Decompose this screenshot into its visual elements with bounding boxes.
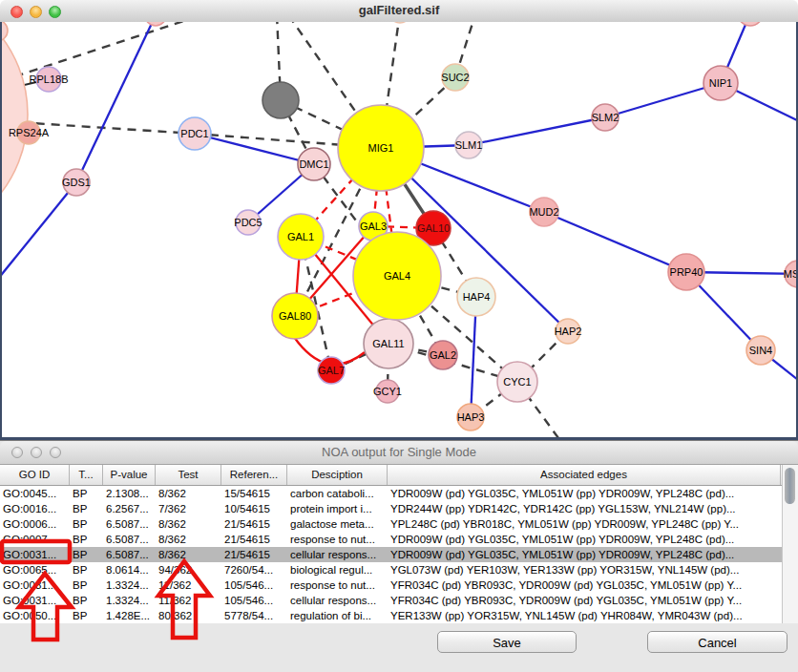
node-gray[interactable] <box>262 82 299 118</box>
table-body: GO:0045...BP2.1308...8/36215/54615carbon… <box>0 486 798 623</box>
node-label-MUD2: MUD2 <box>529 206 558 218</box>
cell-go_id: GO:0045... <box>0 486 70 501</box>
cell-reference: 15/54615 <box>221 486 287 501</box>
network-window-title: galFiltered.sif <box>0 3 798 17</box>
column-header-test[interactable]: Test <box>156 465 221 485</box>
node-label-RPS24A: RPS24A <box>9 127 50 138</box>
cell-p_value: 1.3324... <box>103 593 156 608</box>
node-label-GAL2: GAL2 <box>430 349 456 361</box>
edge-toppink-GDS1[interactable] <box>76 22 156 182</box>
noa-window-title: NOA output for Single Mode <box>0 445 798 459</box>
cell-type: BP <box>70 516 103 532</box>
node-trpink[interactable] <box>738 22 763 26</box>
cell-type: BP <box>70 562 103 578</box>
cell-description: regulation of bi... <box>287 608 388 623</box>
table-row[interactable]: GO:0045...BP2.1308...8/36215/54615carbon… <box>0 486 798 501</box>
edge-SLM1-SLM2[interactable] <box>469 117 605 145</box>
cell-p_value: 6.5087... <box>103 516 156 532</box>
cell-type: BP <box>70 486 103 501</box>
save-button[interactable]: Save <box>437 631 577 653</box>
node-toppink[interactable] <box>145 22 166 26</box>
cell-test: 8/362 <box>156 516 221 532</box>
node-label-GAL3: GAL3 <box>360 220 387 232</box>
table-row[interactable]: GO:0050...BP1.428E...80/3625778/54...reg… <box>0 608 798 623</box>
table-header-row: GO IDT...P-valueTestReferen...Desciption… <box>0 465 798 486</box>
cell-reference: 105/546... <box>221 578 287 593</box>
node-label-CYC1: CYC1 <box>503 376 531 388</box>
table-row[interactable]: GO:0065...BP8.0614...94/3627260/54...bio… <box>0 562 798 578</box>
network-canvas[interactable]: RPL18BRPS24AGDS1PDC1DMC1MIG1SUC2SLM1SLM2… <box>0 22 798 440</box>
cell-edges: YGL073W (pd) YER103W, YER133W (pp) YOR31… <box>388 562 781 578</box>
cell-description: response to nut... <box>287 532 388 547</box>
cell-type: BP <box>70 578 103 593</box>
cell-test: 8/362 <box>156 486 221 501</box>
column-header-referen-[interactable]: Referen... <box>221 465 287 485</box>
cell-test: 11/362 <box>156 593 221 608</box>
cell-edges: YDR009W (pd) YGL035C, YML051W (pp) YDR00… <box>388 532 781 547</box>
network-window: galFiltered.sif RPL18BRPS24AGDS1PDC1DMC1… <box>0 0 798 440</box>
edge-PDC1-DMC1[interactable] <box>195 134 314 164</box>
cell-p_value: 1.3324... <box>103 578 156 593</box>
cell-description: cellular respons... <box>287 593 388 608</box>
cell-reference: 21/54615 <box>221 532 287 547</box>
table-row[interactable]: GO:0031...BP1.3324...11/362105/546...cel… <box>0 593 798 608</box>
table-row[interactable]: GO:0006...BP6.5087...8/36221/54615galact… <box>0 516 798 532</box>
node-label-RPL18B: RPL18B <box>30 74 69 85</box>
edge-bigleft-off[interactable] <box>2 22 210 115</box>
cell-p_value: 8.0614... <box>103 562 156 578</box>
node-cornerpink[interactable] <box>2 22 8 41</box>
results-table: GO IDT...P-valueTestReferen...Desciption… <box>0 465 798 623</box>
node-label-GAL11: GAL11 <box>372 338 404 349</box>
cell-type: BP <box>70 547 103 562</box>
cancel-button[interactable]: Cancel <box>647 631 788 653</box>
table-row[interactable]: GO:0031...BP1.3324...11/362105/546...res… <box>0 578 798 593</box>
node-label-GCY1: GCY1 <box>373 386 402 397</box>
column-header-desciption[interactable]: Desciption <box>287 465 388 485</box>
table-row[interactable]: GO:0016...BP6.2567...7/36210/54615protei… <box>0 501 798 516</box>
node-label-GDS1: GDS1 <box>62 177 91 188</box>
table-row-selected[interactable]: GO:0031...BP6.5087...8/36221/54615cellul… <box>0 547 798 562</box>
cell-edges: YER133W (pp) YOR315W, YNL145W (pd) YHR08… <box>388 608 781 623</box>
edge-SLM2-NIP1[interactable] <box>605 83 721 117</box>
cell-go_id: GO:0065... <box>0 562 70 578</box>
cell-type: BP <box>70 501 103 516</box>
node-topgreen[interactable] <box>389 22 410 23</box>
edge-MUD2-PRP40[interactable] <box>544 212 686 272</box>
node-label-HAP3: HAP3 <box>457 411 485 423</box>
node-label-NIP1: NIP1 <box>709 77 732 89</box>
cell-reference: 21/54615 <box>221 547 287 562</box>
cell-go_id: GO:0006... <box>0 516 70 532</box>
cell-test: 80/362 <box>156 608 221 623</box>
node-label-MIG1: MIG1 <box>368 142 394 154</box>
cell-description: response to nut... <box>287 578 388 593</box>
cell-test: 7/362 <box>156 501 221 516</box>
cell-go_id: GO:0031... <box>0 578 70 593</box>
node-label-SLM1: SLM1 <box>455 139 483 151</box>
cell-test: 8/362 <box>156 547 221 562</box>
column-header-go-id[interactable]: GO ID <box>0 465 70 485</box>
edge-GDS1-off[interactable] <box>2 182 76 304</box>
column-header-p-value[interactable]: P-value <box>103 465 156 485</box>
node-label-PDC1: PDC1 <box>180 128 208 139</box>
node-label-GAL10: GAL10 <box>417 222 450 234</box>
node-label-PDC5: PDC5 <box>234 217 262 228</box>
network-graph: RPL18BRPS24AGDS1PDC1DMC1MIG1SUC2SLM1SLM2… <box>2 22 796 437</box>
cell-p_value: 6.2567... <box>103 501 156 516</box>
cell-go_id: GO:0031... <box>0 547 70 562</box>
noa-titlebar[interactable]: NOA output for Single Mode <box>0 441 798 465</box>
scrollbar-thumb[interactable] <box>785 468 795 504</box>
table-row[interactable]: GO:0007...BP6.5087...8/36221/54615respon… <box>0 532 798 547</box>
cell-edges: YDR244W (pp) YDR142C, YDR142C (pp) YGL15… <box>388 501 781 516</box>
cell-type: BP <box>70 593 103 608</box>
cell-edges: YPL248C (pd) YBR018C, YML051W (pp) YDR00… <box>388 516 781 532</box>
cell-go_id: GO:0016... <box>0 501 70 516</box>
cell-p_value: 6.5087... <box>103 547 156 562</box>
cell-reference: 7260/54... <box>221 562 287 578</box>
network-titlebar[interactable]: galFiltered.sif <box>0 0 798 23</box>
cell-description: biological regul... <box>287 562 388 578</box>
column-header-associated-edges[interactable]: Associated edges <box>388 465 781 485</box>
table-scrollbar[interactable] <box>782 465 798 623</box>
cell-test: 11/362 <box>156 578 221 593</box>
node-label-GAL4: GAL4 <box>384 270 410 282</box>
column-header-t-[interactable]: T... <box>70 465 103 485</box>
